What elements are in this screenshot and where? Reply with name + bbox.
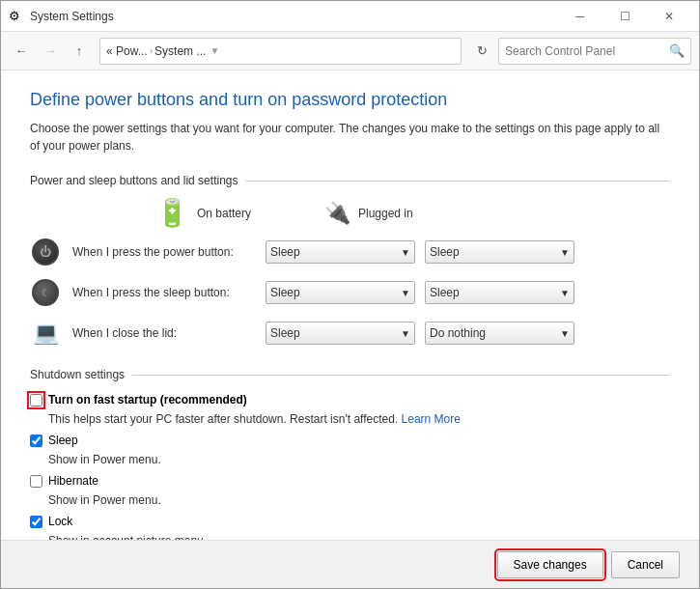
- sleep-checkbox[interactable]: [30, 435, 42, 447]
- chevron-down-icon: ▼: [401, 247, 410, 258]
- page-title: Define power buttons and turn on passwor…: [30, 90, 670, 110]
- section1-header: Power and sleep buttons and lid settings: [30, 174, 670, 187]
- sleep-battery-value: Sleep: [270, 286, 300, 299]
- window-title: System Settings: [30, 10, 558, 23]
- fast-startup-label: Turn on fast startup (recommended): [48, 393, 247, 407]
- power-plugged-dropdown[interactable]: Sleep ▼: [425, 240, 574, 264]
- hibernate-checkbox[interactable]: [30, 475, 42, 488]
- chevron-down-icon: ▼: [560, 288, 570, 298]
- breadcrumb: « Pow... › System ... ▼: [99, 38, 462, 65]
- section2-label: Shutdown settings: [30, 368, 125, 381]
- chevron-down-icon: ▼: [401, 288, 410, 298]
- lock-row: Lock: [30, 515, 670, 528]
- chevron-down-icon: ▼: [401, 328, 410, 339]
- power-button-row: ⏻ When I press the power button: Sleep ▼…: [30, 237, 670, 267]
- forward-button[interactable]: →: [38, 39, 63, 64]
- lock-checkbox-label: Lock: [48, 515, 72, 528]
- shutdown-settings: Turn on fast startup (recommended) This …: [30, 393, 670, 540]
- lock-checkbox[interactable]: [30, 516, 42, 528]
- sleep-button-icon: ☾: [30, 277, 61, 308]
- lid-icon: 💻: [32, 320, 59, 347]
- page-description: Choose the power settings that you want …: [30, 120, 670, 154]
- power-battery-value: Sleep: [270, 245, 300, 259]
- battery-icon: 🔋: [155, 197, 189, 229]
- section2-line: [132, 375, 670, 376]
- hibernate-sublabel: Show in Power menu.: [48, 493, 670, 507]
- lid-battery-value: Sleep: [270, 326, 300, 340]
- window-icon: ⚙: [9, 9, 24, 24]
- content-area: Define power buttons and turn on passwor…: [1, 70, 699, 540]
- titlebar: ⚙ System Settings ─ ☐ ✕: [1, 1, 699, 32]
- col-plugged: 🔌 Plugged in: [324, 201, 493, 226]
- section2-header: Shutdown settings: [30, 368, 670, 381]
- sleep-icon: ☾: [32, 279, 59, 306]
- chevron-down-icon: ▼: [560, 247, 570, 258]
- maximize-button[interactable]: ☐: [602, 1, 647, 32]
- power-button-icon: ⏻: [30, 237, 61, 267]
- breadcrumb-part2: System ...: [154, 44, 206, 58]
- cancel-button[interactable]: Cancel: [611, 551, 680, 578]
- breadcrumb-part1: « Pow...: [106, 44, 148, 58]
- search-box: 🔍: [498, 38, 691, 65]
- main-window: ⚙ System Settings ─ ☐ ✕ ← → ↑ « Pow... ›…: [0, 0, 700, 589]
- section1-line: [245, 181, 670, 182]
- lid-label: When I close the lid:: [72, 326, 266, 340]
- breadcrumb-sep: ›: [150, 45, 153, 56]
- save-button[interactable]: Save changes: [497, 551, 603, 578]
- back-button[interactable]: ←: [9, 39, 34, 64]
- chevron-down-icon: ▼: [560, 328, 570, 339]
- col-battery: 🔋 On battery: [155, 197, 324, 229]
- lid-battery-dropdown[interactable]: Sleep ▼: [266, 322, 415, 345]
- section1-label: Power and sleep buttons and lid settings: [30, 174, 238, 187]
- up-button[interactable]: ↑: [67, 39, 92, 64]
- power-icon: ⏻: [32, 238, 59, 266]
- breadcrumb-dropdown-icon[interactable]: ▼: [210, 45, 219, 56]
- learn-more-link[interactable]: Learn More: [402, 412, 461, 426]
- hibernate-checkbox-label: Hibernate: [48, 474, 98, 488]
- power-plugged-value: Sleep: [430, 245, 460, 259]
- sleep-checkbox-label: Sleep: [48, 434, 78, 447]
- power-battery-dropdown[interactable]: Sleep ▼: [266, 240, 415, 264]
- lid-icon-container: 💻: [30, 318, 61, 349]
- window-controls: ─ ☐ ✕: [558, 1, 691, 32]
- lid-plugged-value: Do nothing: [430, 326, 486, 340]
- minimize-button[interactable]: ─: [558, 1, 602, 32]
- plugin-icon: 🔌: [324, 201, 350, 226]
- search-input[interactable]: [505, 44, 669, 58]
- sleep-row: Sleep: [30, 434, 670, 447]
- lid-row: 💻 When I close the lid: Sleep ▼ Do nothi…: [30, 318, 670, 349]
- lid-plugged-dropdown[interactable]: Do nothing ▼: [425, 322, 574, 345]
- sleep-plugged-value: Sleep: [430, 286, 460, 299]
- navbar: ← → ↑ « Pow... › System ... ▼ ↻ 🔍: [1, 32, 699, 70]
- hibernate-row: Hibernate: [30, 474, 670, 488]
- fast-startup-sublabel: This helps start your PC faster after sh…: [48, 412, 670, 426]
- footer: Save changes Cancel: [1, 540, 699, 588]
- sleep-sublabel: Show in Power menu.: [48, 453, 670, 466]
- col-plugged-label: Plugged in: [358, 207, 413, 220]
- sleep-button-label: When I press the sleep button:: [72, 286, 266, 299]
- refresh-button[interactable]: ↻: [469, 39, 494, 64]
- search-icon: 🔍: [669, 43, 685, 58]
- col-battery-label: On battery: [197, 207, 251, 220]
- fast-startup-checkbox[interactable]: [30, 394, 42, 407]
- sleep-battery-dropdown[interactable]: Sleep ▼: [266, 281, 415, 304]
- close-button[interactable]: ✕: [647, 1, 691, 32]
- sleep-plugged-dropdown[interactable]: Sleep ▼: [425, 281, 574, 304]
- fast-startup-row: Turn on fast startup (recommended): [30, 393, 670, 407]
- power-table: ⏻ When I press the power button: Sleep ▼…: [30, 237, 670, 349]
- sleep-button-row: ☾ When I press the sleep button: Sleep ▼…: [30, 277, 670, 308]
- power-button-label: When I press the power button:: [72, 245, 266, 259]
- col-headers: 🔋 On battery 🔌 Plugged in: [30, 197, 670, 237]
